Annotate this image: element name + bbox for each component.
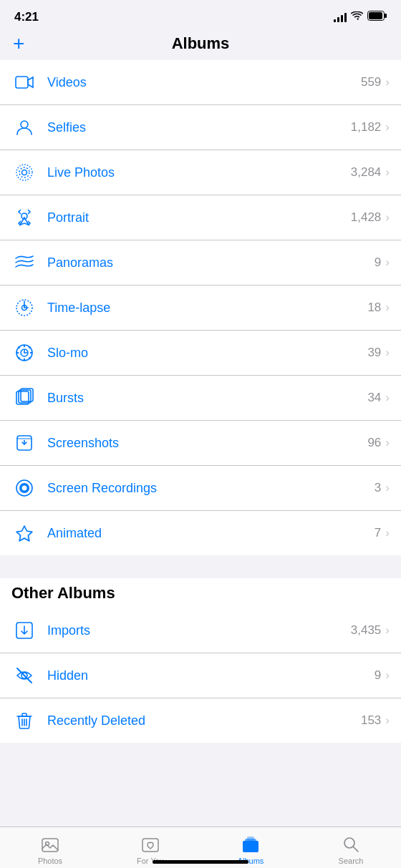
albums-header: + Albums: [0, 29, 401, 60]
row-label: Imports: [47, 623, 351, 638]
row-label: Portrait: [47, 210, 351, 225]
row-count: 1,182: [351, 120, 382, 135]
list-item[interactable]: Screen Recordings 3 ›: [0, 466, 401, 511]
svg-point-32: [22, 486, 27, 491]
tab-photos[interactable]: Photos: [0, 833, 100, 865]
list-item[interactable]: Live Photos 3,284 ›: [0, 150, 401, 195]
chevron-icon: ›: [385, 713, 390, 728]
row-label: Hidden: [47, 668, 375, 683]
chevron-icon: ›: [385, 165, 390, 180]
row-count: 18: [367, 301, 381, 315]
chevron-icon: ›: [385, 301, 390, 315]
tab-search[interactable]: Search: [301, 833, 401, 865]
list-item[interactable]: Time-lapse 18 ›: [0, 286, 401, 331]
row-count: 153: [361, 713, 381, 728]
hidden-icon: [11, 663, 37, 688]
row-label: Screen Recordings: [47, 481, 375, 496]
chevron-icon: ›: [385, 255, 390, 270]
trash-icon: [11, 708, 37, 733]
chevron-icon: ›: [385, 75, 390, 89]
video-icon: [11, 69, 37, 95]
chevron-icon: ›: [385, 526, 390, 540]
list-item[interactable]: Bursts 34 ›: [0, 376, 401, 421]
screen-recordings-icon: [11, 475, 37, 501]
list-item[interactable]: Screenshots 96 ›: [0, 421, 401, 466]
chevron-icon: ›: [385, 436, 390, 450]
other-albums-section: Other Albums Imports 3,435 › Hidden 9 ›: [0, 578, 401, 743]
chevron-icon: ›: [385, 210, 390, 225]
row-label: Recently Deleted: [47, 713, 361, 728]
status-icons: [334, 11, 387, 24]
section-title: Other Albums: [0, 578, 401, 608]
albums-tab-icon: [240, 834, 261, 854]
chevron-icon: ›: [385, 481, 390, 495]
status-time: 4:21: [14, 10, 39, 24]
svg-rect-39: [42, 839, 58, 852]
tab-label: Photos: [38, 857, 62, 865]
list-item[interactable]: Selfies 1,182 ›: [0, 105, 401, 150]
page-title: Albums: [172, 34, 230, 53]
timelapse-icon: [11, 295, 37, 321]
list-item[interactable]: Recently Deleted 153 ›: [0, 698, 401, 743]
panorama-icon: [11, 250, 37, 275]
row-count: 1,428: [351, 210, 382, 225]
row-label: Time-lapse: [47, 301, 367, 316]
list-item[interactable]: Animated 7 ›: [0, 511, 401, 555]
for-you-tab-icon: [140, 834, 161, 854]
svg-rect-44: [247, 837, 254, 848]
svg-rect-1: [385, 14, 387, 18]
media-types-list: Videos 559 › Selfies 1,182 › Live Photos…: [0, 60, 401, 555]
search-tab-icon: [340, 834, 362, 854]
row-count: 34: [367, 391, 381, 405]
wifi-icon: [351, 11, 363, 24]
tab-label: Search: [339, 857, 364, 865]
svg-rect-41: [142, 839, 158, 852]
photos-tab-icon: [39, 834, 61, 854]
home-indicator: [153, 860, 248, 864]
row-count: 9: [375, 255, 381, 270]
svg-rect-3: [16, 77, 28, 88]
list-item[interactable]: Hidden 9 ›: [0, 653, 401, 698]
list-item[interactable]: Videos 559 ›: [0, 60, 401, 105]
screenshots-icon: [11, 430, 37, 456]
live-photos-icon: [11, 160, 37, 185]
list-item[interactable]: Slo-mo 39 ›: [0, 331, 401, 376]
row-label: Selfies: [47, 120, 351, 135]
add-album-button[interactable]: +: [13, 34, 24, 54]
selfie-icon: [11, 114, 37, 140]
animated-icon: [11, 520, 37, 546]
list-item[interactable]: Panoramas 9 ›: [0, 240, 401, 286]
bursts-icon: [11, 385, 37, 411]
svg-line-46: [354, 847, 359, 852]
signal-icon: [334, 12, 347, 22]
row-label: Videos: [47, 75, 361, 90]
svg-point-5: [22, 170, 27, 175]
section-spacer: [0, 555, 401, 578]
battery-icon: [367, 11, 387, 24]
imports-icon: [11, 618, 37, 643]
row-count: 3: [375, 481, 381, 495]
slomo-icon: [11, 340, 37, 366]
svg-point-6: [19, 167, 29, 177]
row-count: 96: [367, 436, 381, 450]
portrait-icon: [11, 205, 37, 230]
row-count: 3,284: [351, 165, 382, 180]
chevron-icon: ›: [385, 623, 390, 638]
svg-line-35: [17, 668, 32, 683]
status-bar: 4:21: [0, 0, 401, 29]
row-label: Bursts: [47, 391, 367, 406]
row-count: 39: [367, 346, 381, 360]
list-item[interactable]: Portrait 1,428 ›: [0, 195, 401, 240]
row-count: 9: [375, 668, 381, 683]
row-label: Screenshots: [47, 436, 367, 451]
row-count: 7: [375, 526, 381, 540]
row-label: Live Photos: [47, 165, 351, 180]
list-item[interactable]: Imports 3,435 ›: [0, 608, 401, 653]
chevron-icon: ›: [385, 346, 390, 360]
row-count: 559: [361, 75, 381, 89]
row-label: Animated: [47, 526, 375, 541]
svg-point-4: [21, 121, 28, 128]
row-label: Slo-mo: [47, 346, 367, 361]
chevron-icon: ›: [385, 668, 390, 683]
svg-rect-2: [369, 12, 382, 19]
